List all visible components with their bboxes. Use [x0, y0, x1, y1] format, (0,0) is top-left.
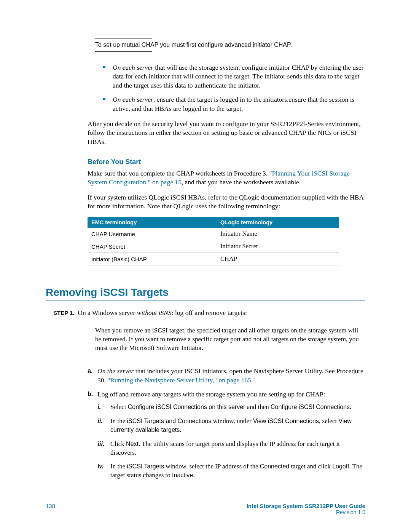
note-rule: [95, 38, 152, 38]
note-rule: [95, 51, 152, 52]
step-label: STEP 1.: [53, 310, 75, 316]
lettered-list: On the server that includes your iSCSI i…: [88, 367, 365, 480]
table-cell: CHAP: [217, 253, 339, 265]
note-rule: [95, 355, 152, 355]
text: target and click: [289, 463, 332, 470]
table-cell: CHAP Username: [88, 228, 217, 240]
heading-removing-iscsi-targets: Removing iSCSI Targets: [46, 286, 365, 299]
note-text: When you remove an iSCSI target, the spe…: [95, 326, 365, 353]
ui-label: iSCSI Targets and Connections: [127, 418, 211, 424]
text: On a Windows server: [78, 309, 137, 316]
text: .: [193, 471, 194, 479]
text: : log off and remove targets:: [172, 309, 247, 316]
text: .: [251, 376, 253, 384]
table-cell: CHAP Secret: [88, 240, 217, 253]
text: Make sure that you complete the CHAP wor…: [88, 169, 269, 177]
bullet-lead: On each server: [113, 64, 153, 71]
bullet-item: On each server that will use the storage…: [103, 63, 365, 90]
text: , and that you have the worksheets avail…: [182, 178, 301, 186]
text: and then: [245, 403, 271, 411]
list-item-a: On the server that includes your iSCSI i…: [88, 367, 365, 385]
step-1: STEP 1. On a Windows server without iSNS…: [53, 309, 365, 317]
text: . The utility scans for target ports and…: [110, 440, 340, 456]
table-header: EMC terminology: [88, 217, 217, 228]
text: Log off and remove any targets with the …: [97, 390, 325, 398]
page-footer: 138 Intel Storage System SSR212PP User G…: [46, 503, 365, 515]
text: window, select the IP address of the: [164, 463, 260, 470]
note-rule: [95, 324, 152, 324]
ui-label: View iSCSI Connections: [253, 418, 319, 424]
terminology-table: EMC terminology QLogic terminology CHAP …: [88, 217, 339, 265]
ui-label: Configure iSCSI Connections on this serv…: [128, 404, 245, 410]
ui-label: Next: [126, 441, 139, 447]
heading-before-you-start: Before You Start: [88, 158, 365, 166]
text: , select: [319, 417, 338, 425]
list-item-iv: In the iSCSI Targets window, select the …: [97, 462, 365, 480]
table-cell: Initiator (Basic) CHAP: [88, 253, 217, 265]
table-row: Initiator (Basic) CHAP CHAP: [88, 253, 339, 265]
note-block-2: When you remove an iSCSI target, the spe…: [95, 324, 365, 355]
bullet-item: On each server, ensure that the target i…: [103, 95, 365, 113]
text: .: [180, 426, 181, 433]
ui-label: Inactive: [172, 472, 193, 478]
table-header: QLogic terminology: [217, 217, 339, 228]
footer-right: Intel Storage System SSR212PP User Guide…: [247, 503, 365, 515]
text-italic: On the server: [97, 367, 134, 375]
text: In the: [110, 417, 127, 425]
table-row: CHAP Secret Initiator Secret: [88, 240, 339, 253]
body-paragraph: If your system utilizes QLogic iSCSI HBA…: [88, 193, 365, 211]
ui-label: Logoff: [332, 463, 349, 470]
heading-rule: [46, 300, 365, 300]
table-row: CHAP Username Initiator Name: [88, 228, 339, 240]
bullet-lead: On each server: [113, 96, 153, 103]
table-cell: Initiator Name: [217, 228, 339, 240]
ui-label: Connected: [260, 463, 289, 470]
xref-link[interactable]: "Running the Navisphere Server Utility,"…: [107, 376, 251, 384]
text: window, under: [212, 417, 253, 425]
page-number: 138: [46, 503, 55, 509]
table-cell: Initiator Secret: [217, 240, 339, 253]
roman-list: Select Configure iSCSI Connections on th…: [97, 403, 365, 480]
ui-label: iSCSI Targets: [127, 463, 164, 470]
list-item-iii: Click Next. The utility scans for target…: [97, 440, 365, 457]
text: Select: [110, 403, 128, 411]
list-item-ii: In the iSCSI Targets and Connections win…: [97, 417, 365, 435]
bullet-list: On each server that will use the storage…: [88, 63, 365, 113]
guide-title: Intel Storage System SSR212PP User Guide: [247, 503, 365, 509]
text: Click: [110, 440, 126, 447]
list-item-i: Select Configure iSCSI Connections on th…: [97, 403, 365, 412]
text-italic: without iSNS: [137, 309, 172, 316]
note-block-1: To set up mutual CHAP you must first con…: [95, 38, 365, 52]
document-page: To set up mutual CHAP you must first con…: [0, 0, 411, 530]
text: .: [350, 403, 351, 411]
list-item-b: Log off and remove any targets with the …: [88, 390, 365, 480]
body-paragraph: After you decide on the security level y…: [88, 120, 365, 147]
revision: Revision 1.0: [247, 509, 365, 515]
table-header-row: EMC terminology QLogic terminology: [88, 217, 339, 228]
ui-label: Configure iSCSI Connections: [271, 404, 350, 410]
text: In the: [110, 463, 127, 470]
body-paragraph: Make sure that you complete the CHAP wor…: [88, 169, 365, 187]
note-text: To set up mutual CHAP you must first con…: [95, 41, 365, 49]
